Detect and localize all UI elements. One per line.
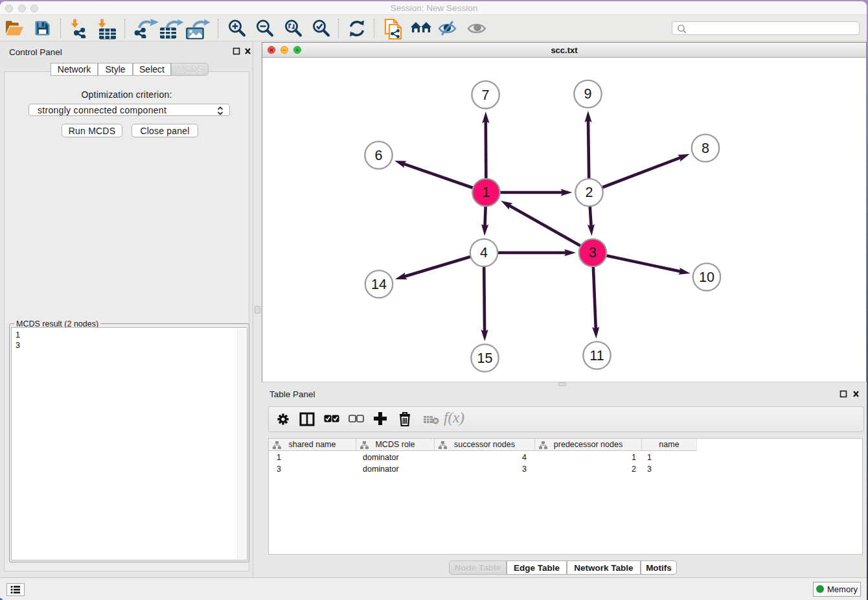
svg-text:15: 15 xyxy=(477,351,493,366)
svg-text:10: 10 xyxy=(699,270,714,285)
svg-text:3: 3 xyxy=(589,245,597,260)
svg-text:9: 9 xyxy=(584,86,592,102)
svg-text:4: 4 xyxy=(480,245,488,260)
svg-text:14: 14 xyxy=(371,277,387,292)
svg-text:6: 6 xyxy=(375,148,383,163)
svg-text:2: 2 xyxy=(586,185,593,200)
svg-text:8: 8 xyxy=(702,141,709,156)
svg-text:1: 1 xyxy=(483,185,490,200)
svg-text:7: 7 xyxy=(482,87,490,103)
svg-text:11: 11 xyxy=(589,348,604,363)
